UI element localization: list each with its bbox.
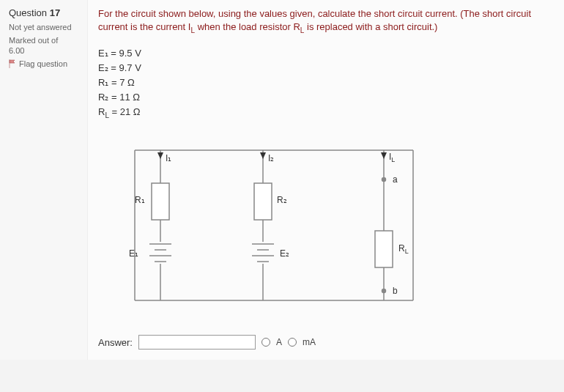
svg-rect-2 (375, 231, 393, 267)
question-num: 17 (50, 7, 60, 18)
given-values: E₁ = 9.5 V E₂ = 9.7 V R₁ = 7 Ω R₂ = 11 Ω… (98, 46, 552, 122)
value-e1: E₁ = 9.5 V (98, 46, 552, 61)
question-number: Question 17 (9, 7, 80, 18)
value-rl: RL = 21 Ω (98, 105, 552, 121)
svg-rect-0 (152, 183, 169, 220)
svg-point-4 (382, 289, 386, 293)
unit-label-a: A (276, 337, 282, 347)
answer-input[interactable] (138, 335, 256, 350)
svg-point-3 (382, 178, 386, 182)
label-r1: R₁ (135, 195, 145, 205)
unit-label-ma: mA (303, 337, 316, 347)
label-i1: I₁ (166, 153, 171, 163)
qtext-part2: when the load resistor R (195, 21, 300, 32)
question-text: For the circuit shown below, using the v… (98, 7, 552, 36)
label-i2: I₂ (268, 153, 274, 163)
svg-rect-1 (254, 183, 272, 220)
flag-question-link[interactable]: Flag question (9, 59, 80, 68)
flag-label: Flag question (19, 59, 67, 68)
answer-label: Answer: (98, 337, 133, 348)
qtext-part3: is replaced with a short circuit.) (304, 21, 437, 32)
value-e2: E₂ = 9.7 V (98, 61, 552, 75)
value-r1: R₁ = 7 Ω (98, 75, 552, 90)
label-rl: RL (398, 243, 409, 255)
label-e1: E₁ (129, 248, 138, 259)
label-il: IL (389, 152, 395, 163)
circuit-diagram: I₁ I₂ IL R₁ R₂ RL E₁ E₂ a b (98, 128, 442, 326)
question-sidebar: Question 17 Not yet answered Marked out … (0, 0, 88, 360)
marked-out-of-value: 6.00 (9, 46, 80, 55)
question-content: For the circuit shown below, using the v… (88, 0, 564, 360)
question-prefix: Question (9, 7, 50, 18)
unit-radio-a[interactable] (261, 338, 270, 347)
marked-out-of-label: Marked out of (9, 36, 80, 45)
question-status: Not yet answered (9, 23, 80, 32)
rl-end: = 21 Ω (109, 106, 141, 117)
label-node-a: a (393, 174, 398, 185)
flag-icon (9, 59, 16, 68)
answer-row: Answer: A mA (98, 335, 552, 350)
rl-sym: R (98, 106, 105, 117)
unit-radio-ma[interactable] (288, 338, 297, 347)
label-node-b: b (393, 286, 398, 296)
label-e2: E₂ (280, 248, 289, 259)
value-r2: R₂ = 11 Ω (98, 90, 552, 105)
label-r2: R₂ (277, 195, 287, 205)
